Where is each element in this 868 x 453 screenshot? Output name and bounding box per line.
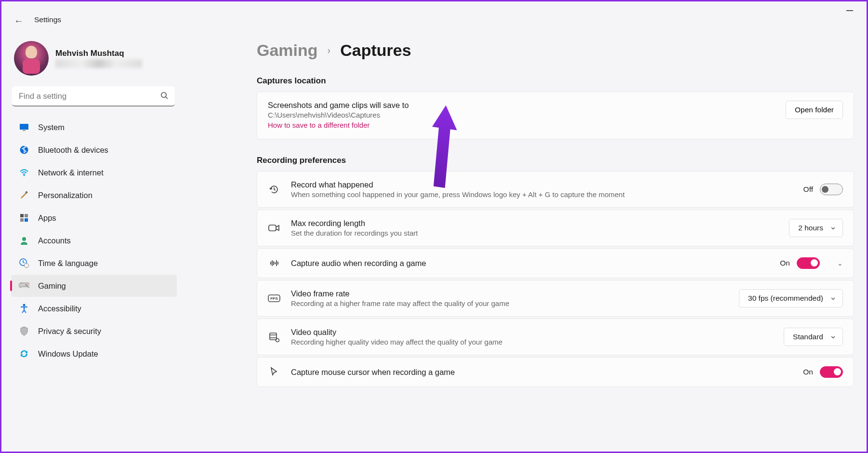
window-minimize-button[interactable] (846, 10, 853, 11)
apps-icon (19, 213, 29, 223)
location-path: C:\Users\mehvish\Videos\Captures (268, 111, 775, 119)
svg-rect-7 (20, 214, 24, 217)
sidebar: Mehvish Mushtaq System Bluetooth & devic… (7, 36, 181, 365)
audio-toggle-label: On (780, 259, 790, 267)
gamepad-icon (19, 281, 29, 291)
profile-email-redacted (55, 59, 142, 68)
avatar (14, 41, 49, 76)
nav-label: System (38, 123, 65, 132)
maxlen-sub: Set the duration for recordings you star… (291, 229, 778, 237)
nav-item-system[interactable]: System (11, 116, 177, 138)
nav-item-time-language[interactable]: Time & language (11, 252, 177, 274)
sync-icon (19, 349, 29, 359)
svg-point-11 (22, 237, 26, 241)
svg-rect-2 (20, 124, 28, 130)
maxlen-select[interactable]: 2 hours (789, 219, 843, 237)
main-content: Gaming › Captures Captures location Scre… (257, 41, 854, 450)
record-toggle[interactable] (820, 184, 843, 195)
nav: System Bluetooth & devices Network & int… (7, 116, 181, 365)
svg-line-1 (166, 97, 168, 99)
nav-item-accessibility[interactable]: Accessibility (11, 297, 177, 320)
svg-rect-9 (20, 218, 24, 222)
svg-text:FPS: FPS (270, 296, 278, 301)
svg-point-21 (276, 339, 279, 342)
back-button[interactable]: ← (14, 15, 24, 27)
svg-rect-3 (23, 130, 26, 131)
profile-block[interactable]: Mehvish Mushtaq (7, 36, 181, 86)
capture-cursor-row[interactable]: Capture mouse cursor when recording a ga… (257, 357, 854, 387)
record-title: Record what happened (291, 180, 793, 189)
breadcrumb-parent[interactable]: Gaming (257, 41, 318, 60)
frate-value: 30 fps (recommended) (748, 294, 823, 303)
quality-title: Video quality (291, 328, 773, 337)
nav-label: Windows Update (38, 349, 98, 359)
search-input[interactable] (12, 86, 175, 107)
svg-rect-8 (25, 214, 28, 217)
breadcrumb: Gaming › Captures (257, 41, 854, 60)
video-quality-row[interactable]: Video quality Recording higher quality v… (257, 319, 854, 355)
quality-sub: Recording higher quality video may affec… (291, 338, 773, 346)
nav-label: Accounts (38, 236, 71, 245)
cursor-title: Capture mouse cursor when recording a ga… (291, 368, 792, 377)
cursor-toggle[interactable] (820, 366, 843, 378)
nav-item-windows-update[interactable]: Windows Update (11, 343, 177, 365)
captures-location-card: Screenshots and game clips will save to … (257, 92, 854, 139)
wifi-icon (19, 168, 29, 177)
nav-item-gaming[interactable]: Gaming (11, 275, 177, 297)
video-frame-rate-row[interactable]: FPS Video frame rate Recording at a high… (257, 280, 854, 317)
fps-icon: FPS (268, 294, 280, 302)
person-icon (19, 236, 29, 245)
nav-label: Apps (38, 213, 56, 223)
frate-title: Video frame rate (291, 289, 728, 298)
capture-audio-row[interactable]: Capture audio when recording a game On ⌄ (257, 248, 854, 278)
svg-rect-10 (25, 218, 28, 222)
svg-rect-17 (269, 225, 276, 231)
record-what-happened-row[interactable]: Record what happened When something cool… (257, 171, 854, 208)
chevron-down-icon[interactable]: ⌄ (837, 259, 843, 267)
cursor-toggle-label: On (803, 368, 813, 376)
nav-label: Gaming (38, 281, 66, 291)
video-icon (268, 224, 280, 232)
search-icon (160, 92, 168, 101)
nav-item-apps[interactable]: Apps (11, 207, 177, 229)
accessibility-icon (19, 304, 29, 313)
nav-item-accounts[interactable]: Accounts (11, 229, 177, 252)
quality-value: Standard (793, 333, 823, 341)
section-captures-location: Captures location (257, 76, 854, 86)
svg-point-5 (24, 175, 25, 176)
chevron-right-icon: › (328, 45, 331, 56)
clock-globe-icon (19, 258, 29, 268)
film-gear-icon (268, 332, 280, 342)
different-folder-link[interactable]: How to save to a different folder (268, 121, 775, 129)
nav-label: Privacy & security (38, 327, 101, 336)
nav-label: Time & language (38, 259, 98, 268)
nav-item-network[interactable]: Network & internet (11, 161, 177, 184)
max-recording-length-row[interactable]: Max recording length Set the duration fo… (257, 210, 854, 246)
svg-point-16 (23, 304, 26, 306)
window-title: Settings (34, 15, 61, 24)
cursor-icon (268, 367, 280, 377)
nav-label: Personalization (38, 191, 92, 200)
section-recording-preferences: Recording preferences (257, 156, 854, 165)
frate-select[interactable]: 30 fps (recommended) (739, 289, 843, 307)
display-icon (19, 122, 29, 132)
nav-item-privacy[interactable]: Privacy & security (11, 320, 177, 342)
page-title: Captures (340, 41, 411, 60)
shield-icon (19, 326, 29, 336)
brush-icon (19, 190, 29, 200)
svg-point-13 (25, 264, 29, 268)
open-folder-button[interactable]: Open folder (786, 101, 843, 119)
audio-toggle[interactable] (797, 257, 820, 269)
nav-item-bluetooth[interactable]: Bluetooth & devices (11, 139, 177, 161)
quality-select[interactable]: Standard (784, 328, 843, 346)
record-toggle-label: Off (803, 185, 813, 194)
location-card-title: Screenshots and game clips will save to (268, 101, 775, 110)
svg-point-14 (26, 284, 27, 286)
maxlen-value: 2 hours (798, 224, 823, 232)
nav-label: Bluetooth & devices (38, 146, 108, 155)
nav-item-personalization[interactable]: Personalization (11, 184, 177, 206)
record-sub: When something cool happened in your gam… (291, 190, 793, 199)
maxlen-title: Max recording length (291, 219, 778, 228)
history-icon (268, 184, 280, 195)
audio-wave-icon (268, 259, 280, 267)
